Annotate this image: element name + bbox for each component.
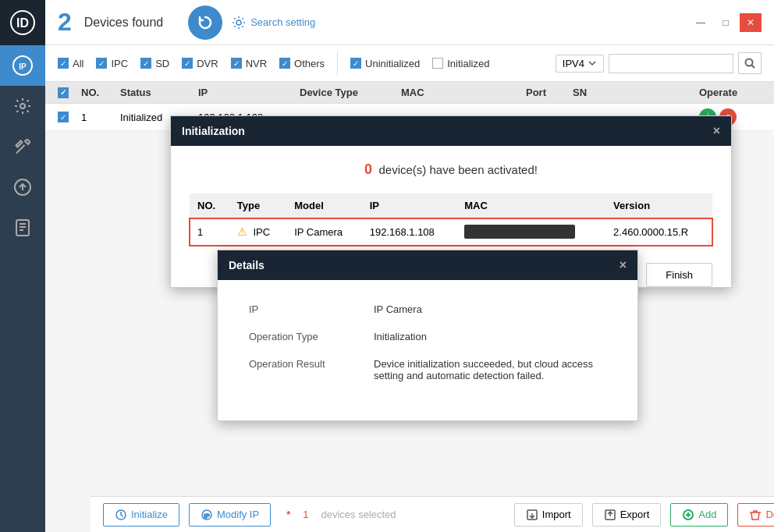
activation-msg-text: device(s) have been activated! (378, 163, 537, 176)
filter-nvr-checkbox[interactable]: ✓ (231, 58, 242, 69)
filter-all-checkbox[interactable]: ✓ (58, 58, 69, 69)
filter-dvr[interactable]: ✓ DVR (182, 58, 218, 69)
activation-message: 0 device(s) have been activated! (190, 161, 712, 178)
initialize-label: Initialize (131, 509, 168, 520)
filter-sd-checkbox[interactable]: ✓ (140, 58, 151, 69)
svg-point-4 (20, 104, 25, 108)
init-col-version: Version (605, 193, 712, 218)
col-ip-header: IP (198, 87, 300, 98)
init-col-model: Model (286, 193, 362, 218)
ipv4-label: IPV4 (563, 58, 584, 69)
details-row-operation-type: Operation Type Initialization (249, 331, 606, 342)
init-row-model: IP Camera (286, 218, 362, 246)
export-button[interactable]: Export (592, 503, 662, 527)
delete-button[interactable]: Delete (737, 503, 774, 527)
add-button[interactable]: Add (670, 503, 728, 527)
details-titlebar: Details × (218, 250, 637, 280)
filter-initialized-checkbox[interactable] (432, 58, 443, 69)
filter-divider (337, 51, 338, 75)
search-setting-label: Search setting (250, 16, 315, 28)
warning-icon: ⚠ (237, 225, 247, 238)
init-row-version: 2.460.0000.15.R (605, 218, 712, 246)
sidebar-item-tools[interactable] (0, 126, 45, 167)
filter-dvr-checkbox[interactable]: ✓ (182, 58, 193, 69)
device-count: 2 (58, 8, 72, 37)
activation-count: 0 (364, 161, 372, 177)
filter-uninitialized[interactable]: ✓ Uninitialized (350, 58, 420, 69)
filter-nvr-label: NVR (246, 58, 267, 69)
filter-all[interactable]: ✓ All (58, 58, 83, 69)
details-op-result-label: Operation Result (249, 358, 374, 370)
filter-others[interactable]: ✓ Others (279, 58, 325, 69)
init-col-no: NO. (190, 193, 229, 218)
refresh-button[interactable] (188, 5, 222, 40)
search-setting-button[interactable]: Search setting (232, 16, 315, 30)
init-row-no: 1 (190, 218, 229, 246)
selected-count: 1 (303, 509, 308, 520)
filter-uninitialized-checkbox[interactable]: ✓ (350, 58, 361, 69)
filter-initialized-label: Initialized (447, 58, 489, 69)
finish-button[interactable]: Finish (646, 263, 712, 287)
modify-ip-button[interactable]: IP Modify IP (189, 503, 271, 527)
search-button[interactable] (738, 52, 762, 74)
details-op-type-value: Initialization (374, 331, 606, 342)
sidebar-item-upload[interactable] (0, 167, 45, 207)
close-button[interactable]: ✕ (740, 13, 762, 32)
init-row-ip: 192.168.1.108 (362, 218, 457, 246)
delete-label: Delete (765, 509, 774, 520)
init-table: NO. Type Model IP MAC Version 1 ⚠ IPC (190, 193, 712, 246)
init-modal-title: Initialization (182, 125, 245, 137)
details-title: Details (229, 259, 265, 271)
header: 2 Devices found Search setting — □ ✕ (45, 0, 774, 45)
col-mac-header: MAC (401, 87, 526, 98)
sidebar-item-docs[interactable] (0, 207, 45, 248)
app-logo: ID (0, 0, 45, 45)
svg-text:ID: ID (16, 16, 29, 30)
init-col-ip: IP (362, 193, 457, 218)
row-1-checkbox[interactable]: ✓ (58, 112, 69, 122)
filter-initialized[interactable]: Initialized (432, 58, 489, 69)
details-row-operation-result: Operation Result Device initialization s… (249, 358, 606, 381)
filter-nvr[interactable]: ✓ NVR (231, 58, 267, 69)
modify-ip-label: Modify IP (217, 509, 259, 520)
mac-hidden: ████████████ (464, 225, 575, 239)
initialize-button[interactable]: Initialize (103, 503, 179, 527)
col-port-header: Port (526, 87, 573, 98)
filter-ipc-label: IPC (111, 58, 128, 69)
search-input[interactable] (609, 54, 733, 73)
filter-dvr-label: DVR (197, 58, 218, 69)
init-row-mac: ████████████ (456, 218, 605, 246)
details-ip-value: IP Camera (374, 303, 606, 315)
sidebar-item-settings[interactable] (0, 86, 45, 126)
main-content: 2 Devices found Search setting — □ ✕ ✓ A… (45, 0, 774, 532)
sidebar-item-ip[interactable]: IP (0, 45, 45, 86)
init-row-type: ⚠ IPC (229, 218, 286, 246)
col-action-header: Operate (699, 87, 762, 98)
ipv4-dropdown[interactable]: IPV4 (556, 55, 604, 73)
selected-suffix: devices selected (321, 509, 396, 520)
filter-ipc-checkbox[interactable]: ✓ (96, 58, 107, 69)
filter-uninitialized-label: Uninitialized (365, 58, 420, 69)
filters-bar: ✓ All ✓ IPC ✓ SD ✓ DVR ✓ NVR ✓ Others ✓ … (45, 45, 774, 82)
devices-found-label: Devices found (84, 16, 163, 30)
svg-text:IP: IP (19, 62, 27, 71)
col-no-header: NO. (81, 87, 120, 98)
sidebar: ID IP (0, 0, 45, 532)
filter-others-checkbox[interactable]: ✓ (279, 58, 290, 69)
bottom-bar: Initialize IP Modify IP * 1 devices sele… (91, 496, 774, 532)
import-button[interactable]: Import (514, 503, 583, 527)
minimize-button[interactable]: — (690, 13, 712, 32)
filter-sd[interactable]: ✓ SD (140, 58, 169, 69)
details-close-button[interactable]: × (620, 258, 627, 272)
init-modal-close[interactable]: × (713, 124, 720, 138)
import-label: Import (542, 509, 571, 520)
window-controls: — □ ✕ (690, 13, 762, 32)
select-all-checkbox[interactable]: ✓ (58, 87, 69, 98)
init-table-row: 1 ⚠ IPC IP Camera 192.168.1.108 ████████… (190, 218, 712, 246)
details-row-ip: IP IP Camera (249, 303, 606, 315)
details-body: IP IP Camera Operation Type Initializati… (218, 280, 637, 420)
bottom-right-actions: Import Export Add Delete (514, 503, 774, 527)
details-op-type-label: Operation Type (249, 331, 374, 342)
filter-ipc[interactable]: ✓ IPC (96, 58, 128, 69)
restore-button[interactable]: □ (715, 13, 737, 32)
